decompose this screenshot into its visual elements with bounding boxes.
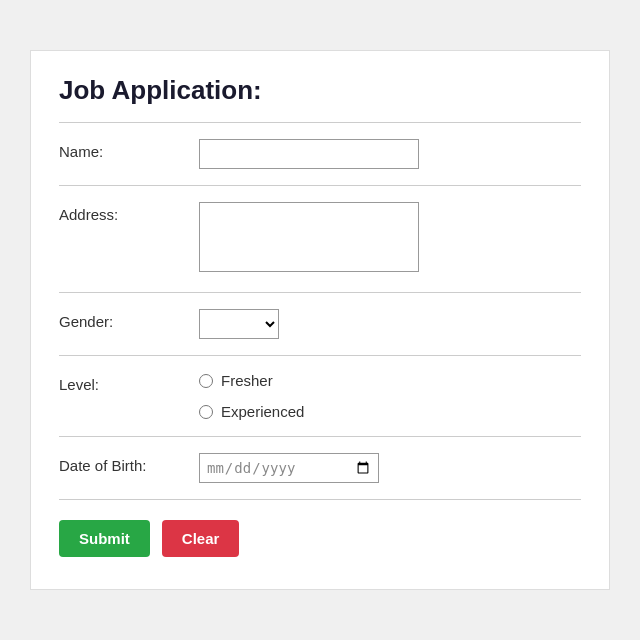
level-radio-group: Fresher Experienced <box>199 372 581 420</box>
name-input[interactable] <box>199 139 419 169</box>
level-control-area: Fresher Experienced <box>199 372 581 420</box>
level-fresher-label: Fresher <box>221 372 273 389</box>
name-control-area <box>199 139 581 169</box>
address-control-area <box>199 202 581 276</box>
level-experienced-item: Experienced <box>199 403 581 420</box>
level-label: Level: <box>59 372 199 393</box>
level-experienced-label: Experienced <box>221 403 304 420</box>
gender-select[interactable]: Male Female Other <box>199 309 279 339</box>
dob-label: Date of Birth: <box>59 453 199 474</box>
level-experienced-radio[interactable] <box>199 405 213 419</box>
level-fresher-item: Fresher <box>199 372 581 389</box>
dob-input[interactable] <box>199 453 379 483</box>
gender-label: Gender: <box>59 309 199 330</box>
name-label: Name: <box>59 139 199 160</box>
submit-button[interactable]: Submit <box>59 520 150 557</box>
name-row: Name: <box>59 123 581 186</box>
dob-row: Date of Birth: <box>59 437 581 500</box>
address-row: Address: <box>59 186 581 293</box>
address-input[interactable] <box>199 202 419 272</box>
clear-button[interactable]: Clear <box>162 520 240 557</box>
gender-control-area: Male Female Other <box>199 309 581 339</box>
dob-control-area <box>199 453 581 483</box>
form-container: Job Application: Name: Address: Gender: … <box>30 50 610 590</box>
address-label: Address: <box>59 202 199 223</box>
page-title: Job Application: <box>59 75 581 106</box>
level-row: Level: Fresher Experienced <box>59 356 581 437</box>
button-row: Submit Clear <box>59 520 581 557</box>
level-fresher-radio[interactable] <box>199 374 213 388</box>
gender-row: Gender: Male Female Other <box>59 293 581 356</box>
